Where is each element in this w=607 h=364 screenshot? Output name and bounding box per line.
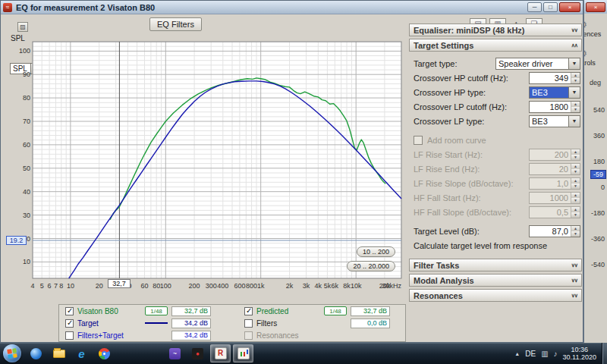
phase-tick: -360 [591, 235, 605, 243]
target-level-input[interactable]: 87,0 ▲▼ [529, 225, 580, 237]
spinner-arrows-icon[interactable]: ▲▼ [571, 73, 580, 83]
section-title: Target Settings [414, 41, 473, 50]
hf-fall-slope-input: 0,5 ▲▼ [529, 206, 580, 218]
section-target-settings[interactable]: Target Settings ∧∧ [409, 39, 582, 52]
eq-filters-button[interactable]: EQ Filters [149, 17, 202, 31]
taskbar-item-internet-explorer[interactable]: e [71, 344, 92, 362]
dropdown-value: BE3 [530, 87, 568, 98]
section-resonances[interactable]: Resonances ∨∨ [409, 289, 582, 302]
graph-menu-icon[interactable]: ▨ [17, 22, 28, 32]
tray-expand-icon[interactable]: ▲ [514, 351, 520, 356]
svg-text:8k: 8k [343, 282, 351, 290]
taskbar-item-explorer[interactable] [49, 344, 69, 362]
lf-rise-start-input: 200 ▲▼ [529, 149, 580, 161]
field-target-level: Target Level (dB): 87,0 ▲▼ [414, 224, 580, 238]
show-desktop-button[interactable] [602, 343, 607, 364]
taskbar-item-audio-app[interactable]: ● [187, 344, 208, 362]
chevron-double-down-icon: ∨∨ [571, 262, 577, 268]
smoothing-badge[interactable]: 1/48 [145, 306, 168, 315]
svg-text:30: 30 [23, 212, 30, 219]
section-equaliser[interactable]: Equaliser: miniDSP (48 kHz) ∨∨ [409, 24, 582, 36]
spl-plot[interactable]: 1020304050607080901004567810204060801002… [5, 37, 404, 293]
target-type-dropdown[interactable]: Speaker driver ▼ [495, 58, 580, 70]
taskbar-item-goldwave[interactable]: ~ [165, 344, 185, 362]
dropdown-value: Speaker driver [496, 58, 568, 69]
field-label: Crossover LP cutoff (Hz): [414, 102, 529, 111]
field-lf-rise-end: LF Rise End (Hz): 20 ▲▼ [414, 162, 580, 176]
svg-text:200: 200 [189, 282, 200, 290]
field-label: LF Rise Slope (dB/octave): [414, 179, 529, 188]
section-modal-analysis[interactable]: Modal Analysis ∨∨ [409, 274, 582, 287]
range-button-20-20000[interactable]: 20 .. 20.000 [347, 261, 395, 271]
field-value: 20 [530, 164, 571, 174]
desktop: × ⚙ Preferences ⚙ Controls deg 540360180… [0, 0, 607, 364]
rew-icon: R [215, 347, 227, 359]
predicted-checkbox[interactable] [244, 307, 253, 315]
phase-tick: 180 [593, 158, 605, 165]
taskbar-item-media-player[interactable] [26, 344, 46, 362]
target-checkbox[interactable] [65, 319, 74, 328]
spinner-arrows-icon[interactable]: ▲▼ [571, 102, 580, 112]
spinner-arrows-icon: ▲▼ [571, 164, 580, 174]
preferences-label: Preferences [583, 30, 607, 38]
hp-type-dropdown[interactable]: BE3 ▼ [529, 86, 580, 99]
hp-cutoff-input[interactable]: 349 ▲▼ [529, 72, 580, 84]
phase-axis-unit: deg [590, 79, 601, 86]
field-value: 1,0 [530, 178, 571, 189]
svg-text:600: 600 [234, 282, 245, 290]
minimize-button[interactable]: ─ [527, 2, 542, 12]
field-value: 200 [530, 149, 571, 160]
chevron-double-down-icon: ∨∨ [571, 27, 577, 33]
media-player-icon [30, 348, 42, 359]
range-button-10-200[interactable]: 10 .. 200 [357, 246, 395, 257]
svg-text:100: 100 [19, 47, 30, 55]
controls-button[interactable]: ⚙ Controls [583, 49, 607, 67]
svg-text:80: 80 [153, 282, 160, 290]
svg-text:30kHz: 30kHz [382, 282, 401, 290]
chevron-down-icon[interactable]: ▼ [568, 116, 580, 127]
taskbar-items: e ~ ● R [26, 343, 253, 364]
field-hp-type: Crossover HP type: BE3 ▼ [414, 85, 580, 99]
chevron-down-icon[interactable]: ▼ [568, 58, 580, 69]
legend-row-predicted: Predicted 1/48 32,7 dB [238, 306, 405, 317]
resonances-checkbox[interactable] [244, 331, 253, 340]
network-icon[interactable]: ▥ [541, 350, 548, 358]
calculate-target-level-button[interactable]: Calculate target level from response [414, 238, 580, 253]
visaton-checkbox[interactable] [65, 307, 74, 315]
ie-icon: e [78, 347, 84, 360]
windows-flag-icon [7, 348, 17, 359]
phase-tick: -540 [591, 261, 605, 268]
lp-cutoff-input[interactable]: 1800 ▲▼ [529, 101, 580, 113]
spinner-arrows-icon[interactable]: ▲▼ [571, 226, 580, 237]
background-window-close-button[interactable]: × [586, 2, 605, 12]
start-button[interactable] [3, 344, 21, 362]
field-lp-cutoff: Crossover LP cutoff (Hz): 1800 ▲▼ [414, 99, 580, 114]
clock-time: 10:36 [563, 346, 596, 353]
taskbar-item-chrome[interactable] [94, 344, 115, 362]
svg-text:5: 5 [40, 282, 44, 290]
taskbar-item-rew[interactable]: R [210, 344, 231, 362]
calculate-label[interactable]: Calculate target level from response [414, 241, 547, 250]
section-filter-tasks[interactable]: Filter Tasks ∨∨ [409, 259, 582, 271]
target-line-swatch [145, 322, 168, 324]
close-button[interactable]: × [559, 2, 580, 12]
titlebar[interactable]: ≈ EQ for measurement 2 Visaton B80 ─ □ × [1, 1, 583, 14]
wave-icon: ~ [169, 348, 181, 359]
lp-type-dropdown[interactable]: BE3 ▼ [529, 115, 580, 127]
language-indicator[interactable]: DE [525, 350, 536, 358]
filters-checkbox[interactable] [244, 319, 253, 328]
field-lf-rise-start: LF Rise Start (Hz): 200 ▲▼ [414, 147, 580, 162]
clock[interactable]: 10:36 30.11.2020 [563, 346, 596, 361]
filters-target-checkbox[interactable] [65, 331, 74, 340]
smoothing-badge[interactable]: 1/48 [324, 306, 347, 315]
field-hp-cutoff: Crossover HP cutoff (Hz): 349 ▲▼ [414, 71, 580, 85]
maximize-button[interactable]: □ [543, 2, 558, 12]
legend-label: Filters+Target [77, 331, 141, 340]
spl-graph[interactable]: 1020304050607080901004567810204060801002… [5, 37, 404, 293]
preferences-button[interactable]: ⚙ Preferences [583, 20, 607, 38]
taskbar-item-rew-eq[interactable] [233, 344, 253, 362]
add-room-curve-checkbox[interactable] [414, 136, 423, 145]
volume-icon[interactable]: ♪ [554, 350, 558, 358]
legend-label: Target [77, 319, 141, 328]
chevron-down-icon[interactable]: ▼ [568, 87, 580, 98]
